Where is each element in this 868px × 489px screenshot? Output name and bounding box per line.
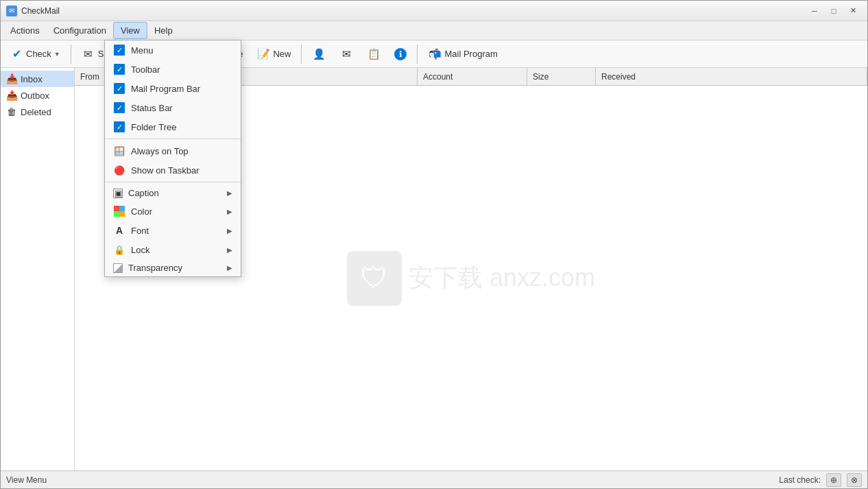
sidebar-item-outbox[interactable]: 📤 Outbox [1, 87, 74, 104]
outbox-icon: 📤 [6, 90, 17, 101]
view-menu-transparency-item[interactable]: Transparency ▶ [105, 259, 241, 276]
caption-icon: ▣ [113, 189, 123, 198]
col-account-label: Account [423, 72, 453, 82]
view-menu-alwaysontop-item[interactable]: 🪟 Always on Top [105, 141, 241, 160]
outbox-label: Outbox [21, 91, 49, 101]
inbox-icon: 📥 [6, 73, 17, 84]
caption-arrow: ▶ [227, 189, 232, 197]
alwaysontop-icon: 🪟 [113, 145, 125, 157]
menu-bar: Actions Configuration View Help [1, 21, 867, 40]
window-title: CheckMail [21, 6, 60, 16]
contacts-button[interactable]: 👤 [306, 44, 332, 64]
showontaskbar-item-label: Show on Taskbar [131, 165, 232, 176]
view-menu-lock-item[interactable]: 🔒 Lock ▶ [105, 240, 241, 259]
check-label: Check [26, 49, 51, 59]
transparency-item-label: Transparency [128, 263, 221, 273]
view-menu-caption-item[interactable]: ▣ Caption ▶ [105, 184, 241, 202]
mailprogrambar-item-label: Mail Program Bar [131, 84, 232, 94]
close-button[interactable]: ✕ [844, 4, 862, 18]
view-menu-mailprogrambar-item[interactable]: ✓ Mail Program Bar [105, 79, 241, 98]
title-bar-left: ✉ CheckMail [6, 5, 60, 16]
lock-icon: 🔒 [113, 243, 125, 256]
title-bar: ✉ CheckMail ─ □ ✕ [1, 1, 867, 21]
watermark: 🛡 安下载 anxz.com [347, 251, 595, 306]
sidebar: 📥 Inbox 📤 Outbox 🗑 Deleted [1, 68, 75, 470]
deleted-icon: 🗑 [6, 106, 17, 117]
view-menu-statusbar-item[interactable]: ✓ Status Bar [105, 98, 241, 117]
col-header-received[interactable]: Received [596, 68, 867, 85]
view-menu-showontaskbar-item[interactable]: 🔴 Show on Taskbar [105, 160, 241, 180]
col-header-account[interactable]: Account [418, 68, 527, 85]
lock-arrow: ▶ [227, 246, 232, 254]
view-menu-font-item[interactable]: A Font ▶ [105, 221, 241, 240]
toolbar-sep-3 [301, 45, 302, 64]
sidebar-item-deleted[interactable]: 🗑 Deleted [1, 104, 74, 120]
statusbar-item-label: Status Bar [131, 103, 232, 113]
col-header-size[interactable]: Size [527, 68, 596, 85]
view-menu-foldertree-item[interactable]: ✓ Folder Tree [105, 117, 241, 136]
check-icon: ✔ [10, 47, 23, 61]
foldertree-checkbox: ✓ [114, 121, 125, 132]
menu-check-icon: ✓ [113, 44, 125, 56]
alwaysontop-item-label: Always on Top [131, 146, 232, 156]
info-button[interactable]: ℹ [388, 45, 413, 64]
transparency-icon [113, 263, 123, 273]
color-icon [113, 205, 125, 217]
svg-rect-1 [119, 206, 125, 211]
new-button[interactable]: 📝 New [250, 44, 297, 64]
envelope-button[interactable]: ✉ [333, 44, 359, 64]
menu-item-label: Menu [131, 45, 232, 56]
font-item-label: Font [131, 226, 221, 236]
mail-program-label: Mail Program [444, 49, 497, 59]
statusbar-check-icon: ✓ [113, 102, 125, 114]
col-size-label: Size [533, 72, 548, 82]
contacts-icon: 👤 [312, 47, 326, 61]
spreadsheet-icon: 📋 [367, 47, 381, 61]
toolbar-checkbox: ✓ [114, 64, 125, 75]
menu-checkbox: ✓ [114, 45, 125, 56]
mail-program-button[interactable]: 📬 Mail Program [422, 44, 503, 64]
status-btn-1[interactable]: ⊕ [826, 473, 841, 487]
status-right: Last check: ⊕ ⊗ [779, 473, 862, 487]
maximize-button[interactable]: □ [825, 4, 843, 18]
status-text: View Menu [6, 475, 47, 485]
watermark-icon: 🛡 [347, 251, 402, 306]
svg-rect-2 [114, 211, 119, 217]
foldertree-check-icon: ✓ [113, 121, 125, 133]
view-menu-menu-item[interactable]: ✓ Menu [105, 40, 241, 60]
spreadsheet-button[interactable]: 📋 [361, 44, 387, 64]
font-icon: A [113, 224, 125, 237]
last-check-label: Last check: [779, 475, 821, 485]
menu-help[interactable]: Help [147, 23, 180, 38]
caption-item-label: Caption [128, 188, 221, 198]
showontaskbar-icon: 🔴 [113, 164, 125, 176]
view-menu-sep-2 [105, 182, 241, 182]
view-menu-toolbar-item[interactable]: ✓ Toolbar [105, 60, 241, 79]
col-from-label: From [80, 72, 99, 82]
toolbar-sep-4 [417, 45, 418, 64]
color-item-label: Color [131, 206, 221, 217]
statusbar-checkbox: ✓ [114, 102, 125, 113]
minimize-button[interactable]: ─ [806, 4, 823, 18]
view-menu-color-item[interactable]: Color ▶ [105, 202, 241, 221]
watermark-text: 安下载 anxz.com [409, 261, 595, 295]
check-button[interactable]: ✔ Check ▼ [3, 44, 67, 64]
mail-program-icon: 📬 [428, 47, 442, 61]
menu-configuration[interactable]: Configuration [47, 23, 113, 38]
inbox-label: Inbox [21, 74, 43, 84]
menu-view[interactable]: View [113, 22, 147, 39]
envelope-icon: ✉ [339, 47, 353, 61]
send-icon: ✉ [82, 47, 95, 61]
lock-item-label: Lock [131, 245, 221, 255]
transparency-arrow: ▶ [227, 264, 232, 272]
view-dropdown-menu: ✓ Menu ✓ Toolbar ✓ Mail Program Bar ✓ St… [104, 40, 241, 277]
new-icon: 📝 [256, 47, 270, 61]
menu-actions[interactable]: Actions [3, 23, 47, 38]
foldertree-item-label: Folder Tree [131, 122, 232, 132]
col-received-label: Received [601, 72, 636, 82]
check-arrow: ▼ [54, 51, 60, 58]
sidebar-item-inbox[interactable]: 📥 Inbox [1, 71, 74, 87]
status-btn-2[interactable]: ⊗ [847, 473, 862, 487]
mailprogrambar-checkbox: ✓ [114, 83, 125, 94]
toolbar-sep-1 [71, 45, 71, 64]
